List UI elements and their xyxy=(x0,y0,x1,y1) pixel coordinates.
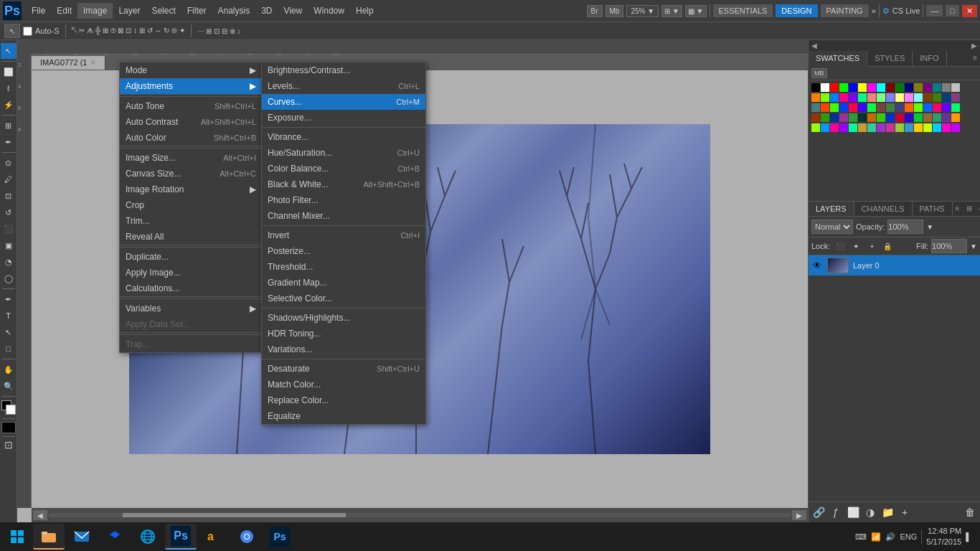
opacity-arrow[interactable]: ▼ xyxy=(926,223,933,231)
adj-invert[interactable]: Invert Ctrl+I xyxy=(262,227,425,243)
show-desktop-btn[interactable]: ▌ xyxy=(966,532,971,541)
color-swatch[interactable] xyxy=(895,123,904,132)
color-swatch[interactable] xyxy=(933,113,941,122)
color-swatch[interactable] xyxy=(811,93,820,102)
color-swatch[interactable] xyxy=(951,83,960,92)
crop-tool[interactable]: ⊞ xyxy=(1,118,17,133)
color-swatch[interactable] xyxy=(877,113,885,122)
menu-canvas-size[interactable]: Canvas Size... Alt+Ctrl+C xyxy=(120,166,262,182)
adj-channel-mixer[interactable]: Channel Mixer... xyxy=(262,208,425,224)
color-swatch[interactable] xyxy=(867,93,876,102)
layer-delete-btn[interactable]: 🗑 xyxy=(963,505,977,519)
collapse-right-btn[interactable]: ▶ xyxy=(971,42,977,50)
menu-adjustments[interactable]: Adjustments ▶ xyxy=(120,78,262,94)
zoom-tool[interactable]: 🔍 xyxy=(1,378,17,394)
panel-options-btn[interactable]: ≡ xyxy=(970,51,980,66)
color-swatch[interactable] xyxy=(933,103,941,112)
color-swatch[interactable] xyxy=(933,123,941,132)
more-workspaces-btn[interactable]: » xyxy=(872,6,876,15)
menu-variables[interactable]: Variables ▶ xyxy=(120,301,262,316)
color-swatch[interactable] xyxy=(886,113,895,122)
zoom-display[interactable]: 25% ▼ xyxy=(626,5,659,17)
color-swatch[interactable] xyxy=(933,93,941,102)
layer-group-btn[interactable]: 📁 xyxy=(880,505,895,519)
lock-position[interactable]: + xyxy=(866,240,877,252)
color-swatch[interactable] xyxy=(821,83,829,92)
color-swatch[interactable] xyxy=(821,123,829,132)
menu-view[interactable]: View xyxy=(278,3,308,19)
panel-collapse-btn2[interactable]: – xyxy=(975,202,980,216)
color-swatch[interactable] xyxy=(858,83,867,92)
color-swatch[interactable] xyxy=(923,123,932,132)
cs-icon[interactable]: ⚙ xyxy=(882,6,890,16)
color-swatch[interactable] xyxy=(867,103,876,112)
adj-shadows-highlights[interactable]: Shadows/Highlights... xyxy=(262,310,425,326)
scroll-right-btn[interactable]: ▶ xyxy=(792,510,806,520)
color-swatch[interactable] xyxy=(951,113,960,122)
minimize-button[interactable]: — xyxy=(926,5,943,17)
color-swatch[interactable] xyxy=(905,123,913,132)
layer-eye-icon[interactable]: 👁 xyxy=(811,260,823,271)
adj-desaturate[interactable]: Desaturate Shift+Ctrl+U xyxy=(262,361,425,377)
view-grid[interactable]: ▦ ▼ xyxy=(685,5,707,17)
blur-tool[interactable]: ◔ xyxy=(1,254,17,270)
close-button[interactable]: ✕ xyxy=(962,5,977,17)
adj-color-balance[interactable]: Color Balance... Ctrl+B xyxy=(262,161,425,176)
gradient-tool[interactable]: ▣ xyxy=(1,237,17,253)
adj-match-color[interactable]: Match Color... xyxy=(262,377,425,392)
taskbar-dropbox[interactable] xyxy=(99,524,131,550)
color-swatch[interactable] xyxy=(839,113,848,122)
panel-expand-btn[interactable]: ⊞ xyxy=(963,202,975,216)
color-swatch[interactable] xyxy=(942,113,951,122)
tab-channels[interactable]: CHANNELS xyxy=(854,202,913,216)
menu-reveal-all[interactable]: Reveal All xyxy=(120,229,262,245)
menu-calculations[interactable]: Calculations... xyxy=(120,281,262,296)
network-icon[interactable]: 📶 xyxy=(871,532,881,542)
color-swatch[interactable] xyxy=(867,123,876,132)
layer-adj-btn[interactable]: ◑ xyxy=(863,505,877,519)
color-swatch[interactable] xyxy=(849,123,857,132)
view-options[interactable]: ⊞ ▼ xyxy=(661,5,682,17)
color-swatch[interactable] xyxy=(895,83,904,92)
color-swatch[interactable] xyxy=(942,103,951,112)
menu-help[interactable]: Help xyxy=(350,3,380,19)
adj-vibrance[interactable]: Vibrance... xyxy=(262,129,425,145)
menu-image[interactable]: Image xyxy=(77,3,113,19)
color-swatch[interactable] xyxy=(905,113,913,122)
color-swatch[interactable] xyxy=(839,123,848,132)
menu-filter[interactable]: Filter xyxy=(182,3,212,19)
start-button[interactable] xyxy=(3,524,32,550)
mb-btn[interactable]: Mb xyxy=(606,5,624,17)
color-swatch[interactable] xyxy=(914,113,923,122)
color-swatch[interactable] xyxy=(858,93,867,102)
taskbar-photoshop-2[interactable]: Ps xyxy=(264,524,296,550)
language-icon[interactable]: ENG xyxy=(900,532,917,541)
color-swatch[interactable] xyxy=(849,103,857,112)
color-swatch[interactable] xyxy=(914,123,923,132)
color-swatch[interactable] xyxy=(886,103,895,112)
color-swatch[interactable] xyxy=(830,83,839,92)
scroll-track[interactable] xyxy=(49,513,791,517)
color-swatch[interactable] xyxy=(858,103,867,112)
adj-hdr-toning[interactable]: HDR Toning... xyxy=(262,326,425,342)
color-swatch[interactable] xyxy=(914,103,923,112)
lock-move[interactable]: ✦ xyxy=(850,240,862,252)
active-doc-tab[interactable]: IMAG0772 (1 ✕ xyxy=(32,56,105,70)
adj-variations[interactable]: Variations... xyxy=(262,342,425,357)
menu-image-rotation[interactable]: Image Rotation ▶ xyxy=(120,182,262,197)
taskbar-amazon[interactable]: a xyxy=(198,524,230,550)
color-swatch[interactable] xyxy=(951,123,960,132)
color-swatch[interactable] xyxy=(895,103,904,112)
eraser-tool[interactable]: ⬛ xyxy=(1,221,17,237)
color-swatch[interactable] xyxy=(877,93,885,102)
maximize-button[interactable]: □ xyxy=(946,5,959,17)
color-swatch[interactable] xyxy=(811,113,820,122)
color-swatch[interactable] xyxy=(942,83,951,92)
text-tool[interactable]: T xyxy=(1,308,17,324)
doc-close-icon[interactable]: ✕ xyxy=(90,58,96,67)
color-swatch[interactable] xyxy=(811,103,820,112)
color-swatch[interactable] xyxy=(830,113,839,122)
color-swatch[interactable] xyxy=(821,93,829,102)
color-swatch[interactable] xyxy=(821,113,829,122)
horizontal-scrollbar[interactable]: ◀ ▶ xyxy=(32,508,808,522)
